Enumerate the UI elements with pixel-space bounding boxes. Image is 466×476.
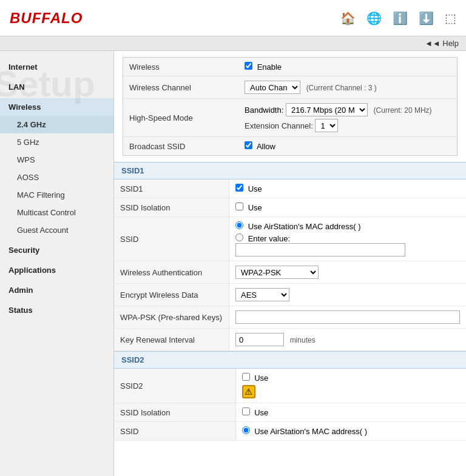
ssid2-mac-option: Use AirStation's MAC address( ) [242,426,461,436]
ssid1-auth-value: WPA2-PSK WPA-PSK WPA/WPA2 mixed OPEN SHA… [229,261,467,284]
home-icon[interactable]: 🏠 [340,11,356,25]
ssid1-key-renewal-value: minutes [229,329,467,351]
sidebar-item-wireless[interactable]: Wireless [0,98,113,116]
logout-icon[interactable]: ⬚ [445,11,456,25]
help-link[interactable]: ◄◄ Help [425,39,459,48]
header-icons: 🏠 🌐 ℹ️ ⬇️ ⬚ [340,11,456,25]
ssid1-encrypt-row: Encrypt Wireless Data AES TKIP AES/TKIP [114,284,466,306]
info-icon[interactable]: ℹ️ [393,11,408,25]
ssid2-isolation-text: Use [254,408,268,417]
broadcast-ssid-row: Broadcast SSID Allow [123,137,457,155]
ssid1-isolation-row: SSID Isolation Use [114,198,466,217]
ssid2-use-value: Use ⚠ [235,369,466,403]
ssid1-encrypt-select[interactable]: AES TKIP AES/TKIP [235,288,289,301]
broadcast-ssid-checkbox[interactable] [245,141,252,149]
ssid2-isolation-row: SSID Isolation Use [114,403,466,422]
sidebar-item-guest-account[interactable]: Guest Account [0,221,113,239]
ssid1-mac-option: Use AirStation's MAC address( ) [235,221,460,231]
ssid1-wpapsk-label: WPA-PSK (Pre-shared Keys) [114,306,229,329]
ssid1-enter-radio[interactable] [235,233,243,241]
wireless-channel-label: Wireless Channel [129,83,245,92]
wireless-top-box: Wireless Enable Wireless Channel Auto Ch… [123,57,458,156]
sidebar-item-2_4ghz[interactable]: 2.4 GHz [0,116,113,133]
sidebar-item-wps[interactable]: WPS [0,151,113,169]
ssid2-table: SSID2 Use ⚠ SSID Isolation Use SSID [114,369,466,441]
main-content: Wireless Enable Wireless Channel Auto Ch… [114,51,466,476]
ssid1-key-renewal-input[interactable] [235,333,284,346]
ssid1-isolation-checkbox[interactable] [235,203,243,210]
ssid1-key-renewal-label: Key Renewal Interval [114,329,229,351]
ssid1-enter-option: Enter value: [235,233,460,256]
ssid2-ssid-label: SSID [114,422,235,441]
ssid1-ssid-value: Use AirStation's MAC address( ) Enter va… [229,217,467,261]
sidebar-item-admin[interactable]: Admin [0,281,113,299]
bandwidth-label: Bandwidth: [245,106,283,115]
ssid2-mac-suffix: ) [365,427,367,436]
ssid2-header: SSID2 [114,351,466,369]
wireless-channel-value: Auto Chan 1234 5678 91011 (Current Chann… [245,81,451,94]
wireless-label: Wireless [129,62,245,72]
sidebar-item-applications[interactable]: Applications [0,261,113,279]
high-speed-value: Bandwidth: 216.7 Mbps (20 M 300 Mbps (40… [245,103,451,132]
help-label[interactable]: Help [442,39,459,48]
ssid1-use-text: Use [248,184,262,193]
ssid1-wpapsk-value [229,306,467,329]
sidebar-item-aoss[interactable]: AOSS [0,169,113,186]
ssid1-mac-radio[interactable] [235,221,243,229]
header: BUFFALO 🏠 🌐 ℹ️ ⬇️ ⬚ [0,0,466,36]
ssid1-use-checkbox[interactable] [235,184,243,192]
sidebar-item-multicast-control[interactable]: Multicast Control [0,204,113,221]
ssid2-warning-icon: ⚠ [242,385,255,398]
ssid1-table: SSID1 Use SSID Isolation Use SSID [114,179,466,351]
ssid1-isolation-value: Use [229,198,467,217]
high-speed-label: High-Speed Mode [129,113,245,122]
sidebar-item-status[interactable]: Status [0,301,113,319]
current-mhz-text: (Current: 20 MHz) [374,106,432,115]
ssid1-key-renewal-unit: minutes [290,336,316,344]
wireless-enable-row: Wireless Enable [123,58,457,76]
ssid2-use-checkbox[interactable] [242,373,250,381]
sidebar-item-5ghz[interactable]: 5 GHz [0,133,113,151]
ssid1-wpapsk-input[interactable] [235,310,460,324]
sidebar-item-security[interactable]: Security [0,241,113,259]
ssid1-use-row: SSID1 Use [114,179,466,198]
download-icon[interactable]: ⬇️ [419,11,434,25]
ssid2-ssid-row: SSID Use AirStation's MAC address( ) [114,422,466,441]
broadcast-ssid-value: Allow [245,141,451,151]
ssid1-isolation-text: Use [248,203,262,212]
ssid1-key-renewal-row: Key Renewal Interval minutes [114,329,466,351]
broadcast-allow-label: Allow [257,142,275,151]
globe-icon[interactable]: 🌐 [366,11,382,25]
sidebar-item-mac-filtering[interactable]: MAC Filtering [0,186,113,204]
high-speed-row: High-Speed Mode Bandwidth: 216.7 Mbps (2… [123,99,457,137]
ssid1-encrypt-label: Encrypt Wireless Data [114,284,229,306]
wireless-enable-checkbox[interactable] [245,62,252,70]
ssid2-mac-radio[interactable] [242,426,250,434]
bandwidth-select[interactable]: 216.7 Mbps (20 M 300 Mbps (40 M [286,103,368,116]
ssid1-isolation-label: SSID Isolation [114,198,229,217]
wireless-enable-value: Enable [245,62,451,72]
ssid2-isolation-value: Use [235,403,466,422]
ssid1-enter-input[interactable] [235,243,405,256]
ssid1-mac-suffix: ) [358,222,360,231]
sidebar-item-internet[interactable]: Internet [0,58,113,76]
logo: BUFFALO [10,10,83,27]
help-bar: ◄◄ Help [0,36,466,51]
ssid1-ssid-label: SSID [114,217,229,261]
ext-channel-select[interactable]: 1234 567 [315,119,338,132]
ssid1-mac-label: Use AirStation's MAC address( [248,222,356,231]
ssid2-use-text: Use [254,374,268,383]
ssid2-use-label: SSID2 [114,369,235,403]
ssid2-ssid-value: Use AirStation's MAC address( ) [235,422,466,441]
wireless-channel-select[interactable]: Auto Chan 1234 5678 91011 [245,81,300,94]
ssid1-auth-select[interactable]: WPA2-PSK WPA-PSK WPA/WPA2 mixed OPEN SHA… [235,266,319,279]
ssid2-isolation-checkbox[interactable] [242,407,250,415]
ssid2-isolation-label: SSID Isolation [114,403,235,422]
ssid2-use-row: SSID2 Use ⚠ [114,369,466,403]
ssid1-encrypt-value: AES TKIP AES/TKIP [229,284,467,306]
wireless-channel-row: Wireless Channel Auto Chan 1234 5678 910… [123,76,457,99]
sidebar-item-lan[interactable]: LAN [0,78,113,96]
ssid1-auth-label: Wireless Authentication [114,261,229,284]
ssid1-ssid-row: SSID Use AirStation's MAC address( ) Ent… [114,217,466,261]
ssid1-auth-row: Wireless Authentication WPA2-PSK WPA-PSK… [114,261,466,284]
